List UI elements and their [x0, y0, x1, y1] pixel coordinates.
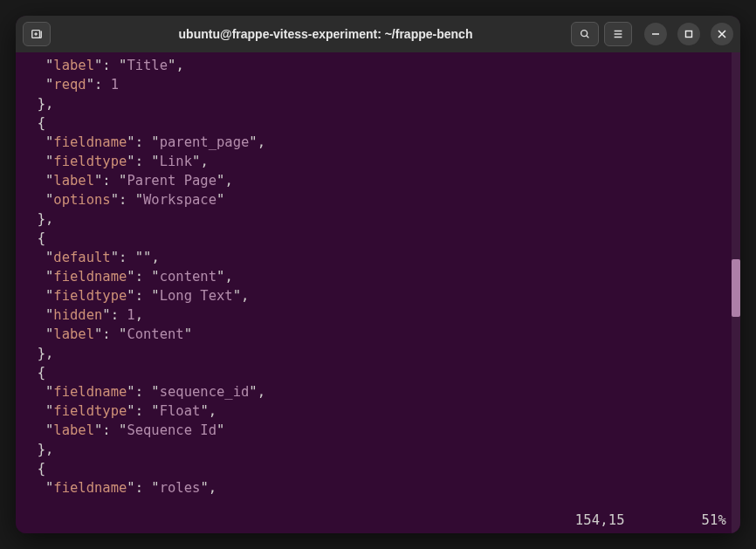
svg-rect-2: [686, 31, 692, 38]
cursor-position: 154,15: [575, 511, 625, 530]
code-content: "label": "Title", "reqd": 1 }, { "fieldn…: [21, 56, 740, 498]
scroll-percent: 51%: [701, 511, 726, 530]
search-button[interactable]: [571, 22, 599, 46]
close-button[interactable]: [711, 23, 733, 45]
maximize-button[interactable]: [677, 23, 700, 45]
titlebar: ubuntu@frappe-vitess-experiment: ~/frapp…: [16, 16, 740, 52]
scrollbar-track[interactable]: [732, 52, 740, 533]
window-title: ubuntu@frappe-vitess-experiment: ~/frapp…: [86, 27, 566, 41]
new-tab-button[interactable]: [23, 22, 51, 46]
terminal-window: ubuntu@frappe-vitess-experiment: ~/frapp…: [16, 16, 740, 533]
terminal-viewport[interactable]: "label": "Title", "reqd": 1 }, { "fieldn…: [16, 52, 740, 533]
vim-status-line: 154,15 51%: [575, 511, 726, 530]
scrollbar-thumb[interactable]: [732, 259, 740, 317]
svg-point-1: [581, 31, 588, 37]
hamburger-menu-button[interactable]: [604, 22, 632, 46]
minimize-button[interactable]: [644, 23, 667, 45]
